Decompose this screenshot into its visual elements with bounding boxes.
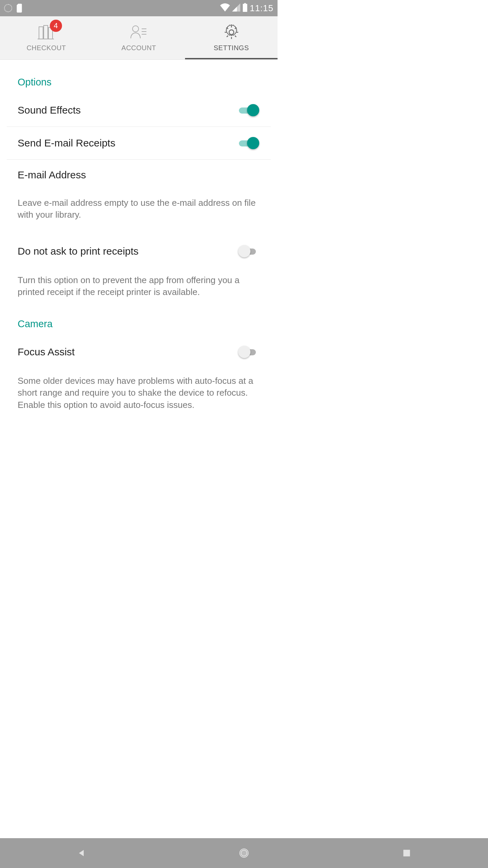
tab-settings[interactable]: SETTINGS	[185, 16, 278, 59]
setting-description: Some older devices may have problems wit…	[7, 368, 271, 421]
setting-email-address[interactable]: E-mail Address	[7, 160, 271, 190]
setting-description: Leave e-mail address empty to use the e-…	[7, 190, 271, 231]
checkout-books-icon: 4	[37, 24, 56, 41]
setting-label: Send E-mail Receipts	[18, 137, 115, 149]
tab-account[interactable]: ACCOUNT	[93, 16, 185, 59]
signal-icon	[232, 3, 240, 13]
setting-label: Do not ask to print receipts	[18, 245, 139, 257]
svg-point-4	[133, 26, 139, 32]
settings-content: Options Sound Effects Send E-mail Receip…	[0, 60, 278, 421]
account-person-icon	[130, 24, 148, 41]
sd-card-icon	[16, 4, 23, 13]
toggle-no-print[interactable]	[239, 244, 260, 258]
setting-send-receipts[interactable]: Send E-mail Receipts	[7, 127, 271, 160]
tab-label: ACCOUNT	[121, 44, 156, 52]
section-header-options: Options	[7, 60, 271, 94]
tab-checkout[interactable]: 4 CHECKOUT	[0, 16, 93, 59]
tab-label: CHECKOUT	[26, 44, 66, 52]
status-bar: 11:15	[0, 0, 278, 16]
tab-label: SETTINGS	[214, 44, 249, 52]
checkout-badge: 4	[50, 20, 62, 32]
sync-icon	[4, 4, 12, 12]
toggle-sound-effects[interactable]	[239, 103, 260, 117]
section-header-camera: Camera	[7, 308, 271, 336]
setting-focus-assist[interactable]: Focus Assist	[7, 336, 271, 368]
settings-gear-icon	[223, 24, 240, 41]
setting-description: Turn this option on to prevent the app f…	[7, 268, 271, 308]
svg-rect-0	[39, 27, 43, 39]
svg-point-8	[229, 30, 234, 35]
battery-icon	[242, 3, 248, 13]
setting-label: Focus Assist	[18, 346, 75, 358]
status-time: 11:15	[250, 3, 273, 14]
tab-bar: 4 CHECKOUT ACCOUNT SETTINGS	[0, 16, 278, 60]
setting-sound-effects[interactable]: Sound Effects	[7, 94, 271, 127]
setting-no-print[interactable]: Do not ask to print receipts	[7, 231, 271, 268]
toggle-send-receipts[interactable]	[239, 136, 260, 150]
wifi-icon	[220, 3, 230, 13]
toggle-focus-assist[interactable]	[239, 345, 260, 359]
setting-label: Sound Effects	[18, 104, 81, 116]
svg-rect-1	[44, 25, 48, 39]
setting-label: E-mail Address	[18, 169, 86, 181]
